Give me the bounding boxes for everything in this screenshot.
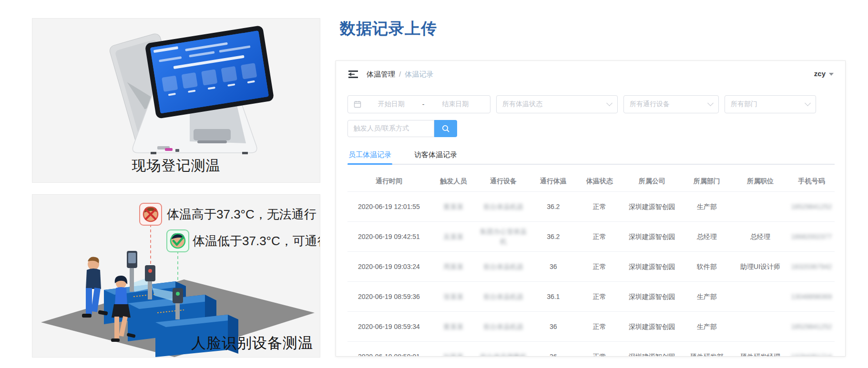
breadcrumb-current: 体温记录 [405, 70, 433, 78]
table-row: 2020-06-19 08:59:36 张某某 前台体温机器 36.1 正常 深… [347, 282, 835, 312]
cell-department: 软件部 [681, 252, 732, 282]
search-input[interactable]: 触发人员/联系方式 [347, 120, 434, 137]
table-row: 2020-06-19 09:03:24 周某某 前台体温机器 36 正常 深圳建… [347, 252, 835, 282]
col-position: 所属职位 [732, 171, 788, 192]
cell-status: 正常 [576, 252, 623, 282]
cell-status: 正常 [576, 342, 623, 357]
breadcrumb-separator: / [399, 70, 401, 78]
device-select-value: 所有通行设备 [630, 100, 708, 109]
record-tabs: 员工体温记录 访客体温记录 [347, 146, 835, 165]
cell-device-masked: 前台体温机器 [477, 252, 530, 282]
chevron-down-icon [606, 100, 613, 106]
cell-temp: 36 [530, 312, 576, 342]
cell-status: 正常 [576, 222, 623, 252]
col-phone: 手机号码 [788, 171, 835, 192]
cell-time: 2020-06-19 12:01:55 [347, 192, 430, 222]
cell-device-masked: 集团办公室体温机 [477, 222, 530, 252]
temperature-status-select[interactable]: 所有体温状态 [496, 95, 618, 113]
page-title: 数据记录上传 [340, 18, 437, 40]
search-icon [441, 124, 450, 133]
tab-visitor-records[interactable]: 访客体温记录 [413, 146, 458, 164]
date-range-separator: - [420, 100, 427, 108]
cell-temp: 36.2 [530, 222, 576, 252]
search-button[interactable] [434, 120, 457, 137]
menu-collapse-icon[interactable] [348, 70, 358, 78]
cell-company: 深圳建源智创园 [623, 192, 681, 222]
chevron-down-icon [707, 100, 714, 106]
department-select-value: 所有部门 [731, 100, 806, 109]
cell-position: 总经理 [732, 222, 788, 252]
caption-onsite-registration: 现场登记测温 [32, 156, 320, 176]
cell-phone-masked: 18682002377 [788, 222, 835, 252]
col-person: 触发人员 [430, 171, 477, 192]
date-range-picker[interactable]: 开始日期 - 结束日期 [347, 95, 490, 113]
tab-employee-records[interactable]: 员工体温记录 [347, 146, 392, 164]
cell-department: 硬件研发部 [681, 342, 732, 357]
cell-position [732, 312, 788, 342]
status-select-value: 所有体温状态 [502, 100, 607, 109]
cell-company: 深圳建源智创园 [623, 222, 681, 252]
table-header-row: 通行时间 触发人员 通行设备 通行体温 体温状态 所属公司 所属部门 所属职位 … [347, 171, 835, 192]
cell-temp: 36.2 [530, 192, 576, 222]
col-department: 所属部门 [681, 171, 732, 192]
panel-face-recognition: 体温高于37.3°C，无法通行 体温低于37.3°C，可通行 人脸识别设备测温 [32, 194, 320, 358]
cell-person-masked: 周某某 [430, 252, 477, 282]
cell-phone-masked: 18529841252 [788, 312, 835, 342]
col-temperature: 通行体温 [530, 171, 576, 192]
col-device: 通行设备 [477, 171, 530, 192]
user-name: zcy [814, 70, 826, 78]
cell-phone-masked: 13048898369 [788, 282, 835, 312]
cell-person-masked: 黄某某 [430, 312, 477, 342]
cell-time: 2020-06-19 09:03:24 [347, 252, 430, 282]
cell-status: 正常 [576, 192, 623, 222]
cell-department: 总经理 [681, 222, 732, 252]
cell-department: 生产部 [681, 282, 732, 312]
cell-position: 助理UI设计师 [732, 252, 788, 282]
panel-onsite-registration: 现场登记测温 [32, 18, 320, 183]
cell-phone-masked: 13764351714 [788, 342, 835, 357]
allow-annotation: 体温低于37.3°C，可通行 [193, 234, 320, 248]
breadcrumb-section[interactable]: 体温管理 [367, 70, 395, 78]
cell-device-masked: 前台体温机器 [477, 312, 530, 342]
cell-position [732, 192, 788, 222]
cell-time: 2020-06-19 09:42:51 [347, 222, 430, 252]
cell-company: 深圳建源智创园 [623, 282, 681, 312]
deny-annotation: 体温高于37.3°C，无法通行 [167, 207, 317, 221]
cell-person-masked: 吴某某 [430, 222, 477, 252]
cell-company: 深圳建源智创园 [623, 312, 681, 342]
chevron-down-icon [829, 73, 834, 76]
registration-device-illustration [32, 19, 320, 161]
table-row: 2020-06-19 09:42:51 吴某某 集团办公室体温机 36.2 正常… [347, 222, 835, 252]
cell-device-masked: 前台体温机器 [477, 192, 530, 222]
col-status: 体温状态 [576, 171, 623, 192]
cell-person-masked: 刘某某 [430, 342, 477, 357]
cell-company: 深圳建源智创园 [623, 252, 681, 282]
user-menu[interactable]: zcy [814, 70, 834, 78]
col-company: 所属公司 [623, 171, 681, 192]
cell-position [732, 282, 788, 312]
cell-position: 硬件研发经理 [732, 342, 788, 357]
cell-temp: 36.1 [530, 282, 576, 312]
cell-department: 生产部 [681, 192, 732, 222]
cell-phone-masked: 18529841252 [788, 192, 835, 222]
table-row: 2020-06-19 12:01:55 黄某某 前台体温机器 36.2 正常 深… [347, 192, 835, 222]
cell-person-masked: 张某某 [430, 282, 477, 312]
cell-status: 正常 [576, 312, 623, 342]
cell-status: 正常 [576, 282, 623, 312]
cell-company: 深圳建源智创园 [623, 342, 681, 357]
cell-device-masked: 前台体温测量机 [477, 342, 530, 357]
face-allow-icon [167, 230, 189, 252]
face-deny-icon [140, 203, 162, 225]
caption-face-recognition: 人脸识别设备测温 [191, 333, 313, 353]
cell-department: 生产部 [681, 312, 732, 342]
pass-device-select[interactable]: 所有通行设备 [623, 95, 719, 113]
department-select[interactable]: 所有部门 [725, 95, 816, 113]
records-table: 通行时间 触发人员 通行设备 通行体温 体温状态 所属公司 所属部门 所属职位 … [347, 171, 835, 357]
calendar-icon [354, 100, 361, 108]
search-placeholder: 触发人员/联系方式 [354, 124, 409, 133]
cell-phone-masked: 18320367942 [788, 252, 835, 282]
date-start-placeholder: 开始日期 [362, 100, 420, 109]
table-row: 2020-06-19 08:59:01 刘某某 前台体温测量机 36 正常 深圳… [347, 342, 835, 357]
cell-time: 2020-06-19 08:59:34 [347, 312, 430, 342]
chevron-down-icon [805, 100, 811, 106]
